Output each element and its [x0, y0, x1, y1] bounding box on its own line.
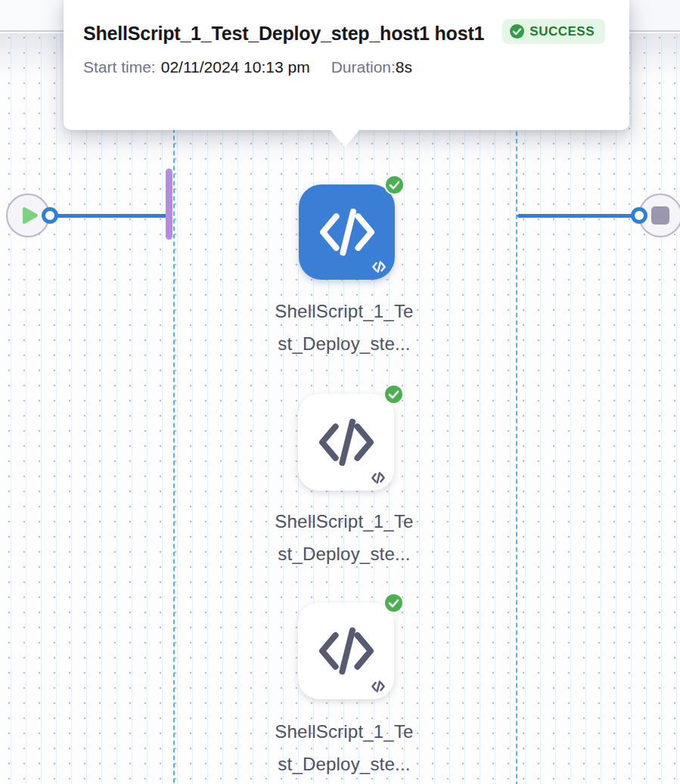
duration-value: 8s [396, 58, 412, 76]
play-icon [22, 206, 39, 225]
stop-icon [651, 206, 669, 225]
end-node-in-port[interactable] [631, 207, 647, 224]
code-icon [316, 416, 377, 469]
stage-progress-bar [166, 169, 172, 240]
success-check-icon [384, 175, 405, 195]
shell-script-mini-icon [371, 261, 387, 273]
step-label: ShellScript_1_Te st_Deploy_ste... [250, 295, 439, 360]
shell-script-mini-icon [371, 680, 386, 693]
status-badge-label: SUCCESS [529, 24, 595, 39]
step-label: ShellScript_1_Te st_Deploy_ste... [250, 715, 439, 780]
status-badge: SUCCESS [502, 19, 605, 44]
code-icon [317, 206, 377, 259]
start-time-label: Start time: [83, 58, 156, 76]
pipeline-execution-canvas: ShellScript_1_Te st_Deploy_ste... [0, 0, 680, 784]
edge-start-to-group [48, 214, 168, 218]
step-label: ShellScript_1_Te st_Deploy_ste... [250, 505, 439, 570]
code-icon [316, 624, 377, 677]
step-details-tooltip: ShellScript_1_Test_Deploy_step_host1 hos… [64, 0, 629, 130]
success-check-icon [383, 384, 404, 404]
start-time-value: 02/11/2024 10:13 pm [161, 58, 310, 76]
tooltip-meta: Start time: 02/11/2024 10:13 pm Duration… [83, 58, 607, 76]
step-node-shellscript-2[interactable] [298, 394, 394, 491]
success-check-icon [510, 24, 524, 39]
step-node-shellscript-3[interactable] [298, 603, 394, 699]
shell-script-mini-icon [371, 472, 386, 484]
step-node-shellscript-1[interactable] [299, 184, 395, 280]
success-check-icon [383, 593, 404, 613]
duration-label: Duration: [331, 58, 396, 76]
tooltip-caret [331, 130, 359, 147]
edge-group-to-end [517, 214, 634, 218]
tooltip-title: ShellScript_1_Test_Deploy_step_host1 hos… [83, 17, 503, 50]
start-node-out-port[interactable] [42, 207, 58, 224]
